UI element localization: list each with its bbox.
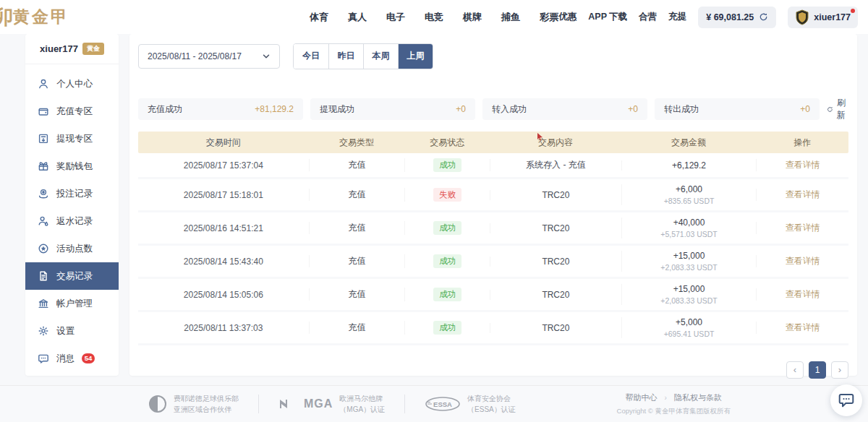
notification-dot	[851, 9, 855, 13]
link-promos[interactable]: 优惠	[558, 11, 576, 23]
stat-value: +0	[628, 104, 638, 114]
prev-page-button[interactable]: ‹	[786, 361, 804, 379]
sidebar-item-label: 个人中心	[56, 78, 93, 90]
status-badge: 成功	[433, 288, 461, 301]
message-count-badge: 54	[82, 353, 95, 363]
view-details-link[interactable]: 查看详情	[786, 189, 820, 199]
link-app-download[interactable]: APP 下载	[588, 11, 627, 23]
page-1-button[interactable]: 1	[809, 361, 826, 379]
status-badge: 成功	[433, 221, 461, 235]
col-amount: 交易金额	[621, 137, 757, 149]
view-details-link[interactable]: 查看详情	[786, 256, 820, 266]
cell-time: 2025/08/17 15:37:04	[138, 160, 309, 171]
cell-action: 查看详情	[756, 255, 848, 267]
table-header: 交易时间 交易类型 交易状态 交易内容 交易金额 操作	[138, 132, 848, 153]
stat-deposit-success: 充值成功 +81,129.2	[138, 98, 303, 120]
cert-feyenoord: 费耶诺德足球俱乐部 亚洲区域合作伙伴	[148, 393, 239, 415]
sidebar-item-activity-points[interactable]: 活动点数	[25, 235, 119, 262]
view-details-link[interactable]: 查看详情	[786, 322, 820, 332]
sidebar-item-bet-records[interactable]: 投注记录	[25, 180, 119, 207]
sidebar-item-label: 消息	[56, 353, 75, 365]
rebate-icon	[38, 215, 49, 227]
cell-type: 充值	[309, 222, 405, 234]
nav-live[interactable]: 真人	[348, 11, 367, 24]
cell-content: TRC20	[490, 223, 621, 233]
balance-display[interactable]: ¥ 69,081.25	[698, 7, 776, 28]
pagination: ‹ 1 ›	[138, 361, 848, 379]
status-badge: 成功	[433, 321, 461, 335]
site-logo[interactable]: 卯 黄金甲	[0, 4, 130, 30]
view-details-link[interactable]: 查看详情	[786, 160, 820, 170]
cell-type: 充值	[309, 189, 405, 201]
divider	[258, 395, 259, 413]
sidebar-item-settings[interactable]: 设置	[25, 317, 119, 345]
tab-yesterday[interactable]: 昨日	[328, 44, 363, 69]
stat-withdraw-success: 提现成功 +0	[310, 98, 475, 120]
table-row: 2025/08/17 15:18:01 充值 失败 TRC20 +6,000+8…	[138, 179, 848, 212]
chat-icon	[38, 353, 49, 364]
cert-essa: ESSA 体育安全协会 （ESSA）认证	[425, 393, 516, 415]
cell-content: TRC20	[490, 290, 621, 300]
table-row: 2025/08/14 15:05:06 充值 成功 TRC20 +15,000+…	[138, 279, 848, 312]
cell-amount: +15,000+2,083.33 USDT	[621, 251, 757, 272]
link-deposit-withdraw[interactable]: 充提	[668, 11, 686, 23]
nav-cards[interactable]: 棋牌	[463, 11, 482, 24]
nav-sports[interactable]: 体育	[310, 11, 328, 24]
user-menu[interactable]: xiuer177	[788, 7, 858, 28]
sidebar-item-messages[interactable]: 消息 54	[25, 345, 119, 372]
main-nav: 体育 真人 电子 电竞 棋牌 捕鱼 彩票	[310, 11, 558, 24]
col-status: 交易状态	[404, 137, 490, 149]
sidebar-item-personal-center[interactable]: 个人中心	[25, 70, 119, 98]
cell-status: 成功	[404, 254, 490, 268]
footer-links-block: 帮助中心 › 隐私权与条款 Copyright © 黄金甲体育集团版权所有	[617, 392, 731, 416]
view-details-link[interactable]: 查看详情	[786, 289, 820, 299]
nav-esports[interactable]: 电竞	[425, 11, 443, 24]
filter-row: 2025/08/11 - 2025/08/17 今日 昨日 本周 上周	[138, 43, 848, 69]
top-bar: 卯 黄金甲 体育 真人 电子 电竞 棋牌 捕鱼 彩票 优惠 APP 下载 合营 …	[0, 0, 868, 34]
col-type: 交易类型	[309, 137, 405, 149]
help-center-link[interactable]: 帮助中心	[626, 392, 658, 403]
person-icon	[38, 78, 49, 90]
sidebar-item-deposit[interactable]: 充值专区	[25, 98, 119, 125]
tab-today[interactable]: 今日	[294, 44, 328, 69]
mga-logo-icon	[278, 397, 294, 410]
stat-value: +81,129.2	[255, 104, 294, 114]
stat-value: +0	[800, 104, 810, 114]
nav-slots[interactable]: 电子	[386, 11, 405, 24]
atm-icon	[38, 133, 49, 145]
status-badge: 失败	[433, 188, 461, 202]
cell-status: 成功	[404, 158, 490, 172]
privacy-terms-link[interactable]: 隐私权与条款	[674, 392, 722, 403]
sidebar-item-account-management[interactable]: 帐户管理	[25, 290, 119, 317]
cell-status: 成功	[404, 288, 490, 301]
sidebar-item-label: 返水记录	[56, 215, 93, 228]
sidebar-item-label: 帐户管理	[56, 298, 93, 310]
link-affiliate[interactable]: 合营	[639, 11, 657, 23]
divider	[404, 395, 405, 413]
col-content: 交易内容	[490, 137, 621, 149]
cert-mga: MGA 欧洲马尔他牌 （MGA）认证	[278, 393, 385, 415]
sidebar-item-rebate-records[interactable]: 返水记录	[25, 207, 119, 235]
nav-fishing[interactable]: 捕鱼	[501, 11, 520, 24]
cell-type: 充值	[309, 159, 405, 171]
sidebar-item-label: 充值专区	[56, 106, 93, 118]
view-details-link[interactable]: 查看详情	[786, 223, 820, 233]
date-range-select[interactable]: 2025/08/11 - 2025/08/17	[138, 44, 280, 69]
sidebar-item-withdraw[interactable]: 提现专区	[25, 125, 119, 152]
cell-content: TRC20	[490, 257, 621, 267]
cell-amount: +6,129.2	[621, 160, 757, 171]
sidebar-menu: 个人中心 充值专区 提现专区 奖励钱包 投注记录 返水记录	[25, 64, 119, 376]
status-badge: 成功	[433, 158, 461, 172]
tab-last-week[interactable]: 上周	[398, 44, 433, 69]
sidebar-item-reward-wallet[interactable]: 奖励钱包	[25, 152, 119, 180]
cell-action: 查看详情	[756, 189, 848, 201]
stat-label: 转入成功	[492, 103, 527, 116]
customer-service-button[interactable]	[830, 384, 862, 416]
gift-icon	[38, 160, 49, 172]
nav-lottery[interactable]: 彩票	[540, 11, 558, 24]
tab-this-week[interactable]: 本周	[363, 44, 398, 69]
next-page-button[interactable]: ›	[831, 361, 848, 379]
refresh-icon[interactable]	[759, 12, 768, 22]
refresh-button[interactable]: 刷新	[827, 97, 848, 121]
sidebar-item-transaction-records[interactable]: 交易记录	[25, 262, 119, 290]
